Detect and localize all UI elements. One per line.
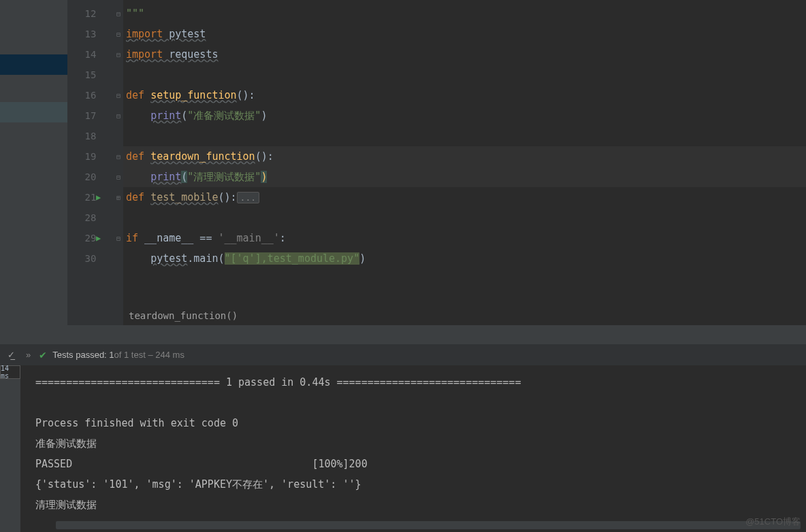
console-line: Process finished with exit code 0 <box>35 413 791 433</box>
code-line[interactable]: pytest.main("['q'],test_module.py") <box>123 248 806 269</box>
console-output[interactable]: ============================== 1 passed … <box>20 365 806 532</box>
line-number: 15 <box>67 65 114 85</box>
watermark: @51CTO博客 <box>745 516 801 528</box>
code-line[interactable]: def teardown_function(): <box>123 146 806 167</box>
line-number: 17 <box>67 105 114 126</box>
line-number: 29▶ <box>67 228 114 248</box>
line-number: 14 <box>67 44 114 65</box>
line-number: 13 <box>67 24 114 44</box>
tests-status-bar[interactable]: ✓̲ » ✔ Tests passed: 1 of 1 test – 244 m… <box>0 344 806 365</box>
code-line[interactable]: if __name__ == '__main__': <box>123 228 806 248</box>
console-line: PASSED [100%]200 <box>35 454 791 474</box>
chevron-icon: » <box>26 350 31 360</box>
tests-passed-label: Tests passed: 1 <box>52 350 114 360</box>
code-line[interactable]: """ <box>123 3 806 24</box>
code-editor[interactable]: 12 13 14 15 16 17 18 19 20 21▶ 28 29▶ 30… <box>67 0 806 325</box>
code-line[interactable] <box>123 126 806 146</box>
console-line: 准备测试数据 <box>35 433 791 454</box>
fold-marker[interactable]: ⊟ <box>114 105 123 126</box>
fold-marker[interactable]: ⊟ <box>114 146 123 167</box>
code-line[interactable]: def test_mobile():... <box>123 187 806 207</box>
sidebar-item-hover[interactable] <box>0 102 67 122</box>
run-gutter-icon[interactable]: ▶ <box>96 193 101 202</box>
fold-marker[interactable]: ⊟ <box>114 3 123 24</box>
fold-marker[interactable]: ⊟ <box>114 85 123 105</box>
editor-gutter: 12 13 14 15 16 17 18 19 20 21▶ 28 29▶ 30 <box>67 0 114 325</box>
fold-ellipsis[interactable]: ... <box>237 192 259 203</box>
tool-window-header[interactable] <box>0 325 806 344</box>
run-gutter-icon[interactable]: ▶ <box>96 233 101 243</box>
line-number: 19 <box>67 146 114 167</box>
timing-badge: 14 ms <box>0 365 20 379</box>
breadcrumb[interactable]: teardown_function() <box>123 306 238 325</box>
fold-marker[interactable]: ⊟ <box>114 44 123 65</box>
tests-summary: of 1 test – 244 ms <box>114 350 184 360</box>
code-line[interactable]: import pytest <box>123 24 806 44</box>
fold-expand-marker[interactable]: ⊞ <box>114 187 123 207</box>
line-number: 12 <box>67 3 114 24</box>
code-line[interactable]: print("准备测试数据") <box>123 105 806 126</box>
line-number: 20 <box>67 167 114 187</box>
code-line-active[interactable]: print("清理测试数据") <box>123 167 806 187</box>
code-line[interactable] <box>123 65 806 85</box>
line-number: 18 <box>67 126 114 146</box>
check-icon: ✔ <box>39 350 47 361</box>
sidebar-item-selected[interactable] <box>0 54 67 75</box>
project-sidebar[interactable] <box>0 0 67 325</box>
console-line: 清理测试数据 <box>35 495 791 515</box>
run-tool-sidebar[interactable] <box>0 365 20 532</box>
console-line <box>35 393 791 413</box>
fold-marker[interactable]: ⊟ <box>114 228 123 248</box>
code-line[interactable] <box>123 207 806 228</box>
horizontal-scrollbar[interactable] <box>56 521 801 529</box>
line-number: 28 <box>67 207 114 228</box>
line-number: 16 <box>67 85 114 105</box>
fold-marker[interactable]: ⊟ <box>114 167 123 187</box>
fold-marker[interactable]: ⊟ <box>114 24 123 44</box>
code-line[interactable]: def setup_function(): <box>123 85 806 105</box>
console-line: ============================== 1 passed … <box>35 372 791 393</box>
console-line: {'status': '101', 'msg': 'APPKEY不存在', 'r… <box>35 474 791 495</box>
filter-icon[interactable]: ✓̲ <box>0 350 22 360</box>
line-number: 30 <box>67 248 114 269</box>
fold-column[interactable]: ⊟ ⊟ ⊟ ⊟ ⊟ ⊟ ⊟ ⊞ ⊟ <box>114 0 123 325</box>
line-number: 21▶ <box>67 187 114 207</box>
code-text-area[interactable]: """ import pytest import requests def se… <box>123 0 806 325</box>
code-line[interactable]: import requests <box>123 44 806 65</box>
